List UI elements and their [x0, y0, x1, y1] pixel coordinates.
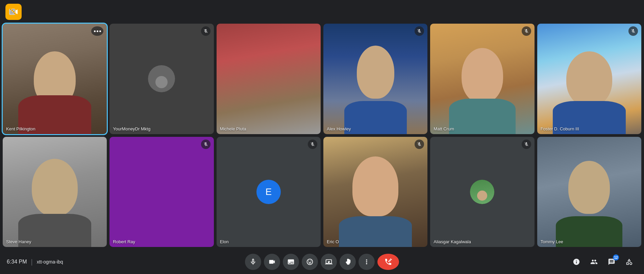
participant-name-kent: Kent Pilkington [6, 126, 35, 131]
bottom-bar: 6:34 PM | xtt-ogma-ibq [0, 250, 644, 274]
participant-tile-elon[interactable]: E Elon [217, 137, 321, 247]
participant-name-yourmoney: YourMoneyDr Mktg [113, 126, 150, 131]
right-controls: 12 [568, 254, 637, 270]
time-divider: | [31, 258, 33, 266]
end-call-button[interactable] [377, 254, 399, 270]
video-grid: Kent Pilkington YourMoneyDr Mktg Michele… [0, 24, 644, 250]
mute-icon-elon [308, 140, 317, 149]
more-options-button[interactable] [358, 254, 375, 270]
app-icon [5, 4, 22, 20]
camera-button[interactable] [264, 254, 280, 270]
participant-tile-kent[interactable]: Kent Pilkington [3, 24, 107, 134]
top-bar [0, 0, 644, 24]
mute-icon-matt [522, 26, 531, 36]
participant-tile-aliasgar[interactable]: Aliasgar Kagalwala [430, 137, 534, 247]
participant-tile-tommy[interactable]: Tommy Lee [537, 137, 641, 247]
people-button[interactable] [586, 254, 602, 270]
mute-icon-aliasgar [522, 140, 531, 149]
elon-avatar: E [256, 180, 281, 204]
participant-name-alex: Alex Howley [327, 126, 351, 131]
meeting-info: 6:34 PM | xtt-ogma-ibq [7, 258, 81, 266]
participant-tile-matt[interactable]: Matt Crum [430, 24, 534, 134]
participant-name-eric: Eric O [327, 239, 339, 244]
participant-tile-michele[interactable]: Michele Pluta [217, 24, 321, 134]
participant-tile-foster[interactable]: Foster D. Coburn III [537, 24, 641, 134]
participant-tile-eric[interactable]: Eric O [323, 137, 427, 247]
chat-badge: 12 [613, 254, 619, 260]
time-display: 6:34 PM [7, 259, 27, 265]
present-button[interactable] [321, 254, 337, 270]
activities-button[interactable] [621, 254, 637, 270]
participant-name-foster: Foster D. Coburn III [541, 126, 579, 131]
mute-icon-eric [415, 140, 424, 149]
participant-name-steve: Steve Haney [6, 239, 31, 244]
meeting-code: xtt-ogma-ibq [37, 259, 63, 265]
mute-icon-robert [201, 140, 210, 149]
participant-name-aliasgar: Aliasgar Kagalwala [434, 239, 471, 244]
captions-button[interactable] [283, 254, 299, 270]
participant-tile-steve[interactable]: Steve Haney [3, 137, 107, 247]
controls-bar [245, 254, 399, 270]
raise-hand-button[interactable] [340, 254, 356, 270]
participant-tile-yourmoney[interactable]: YourMoneyDr Mktg [109, 24, 214, 134]
emoji-button[interactable] [302, 254, 318, 270]
chat-button[interactable]: 12 [603, 254, 620, 270]
participant-name-robert: Robert Ray [113, 239, 135, 244]
participant-name-matt: Matt Crum [434, 126, 454, 131]
participant-tile-alex[interactable]: Alex Howley [323, 24, 427, 134]
participant-tile-robert[interactable]: Robert Ray [109, 137, 214, 247]
participant-name-tommy: Tommy Lee [541, 239, 563, 244]
mute-icon-foster [628, 26, 638, 36]
mute-icon-yourmoney [201, 26, 210, 36]
participant-name-michele: Michele Pluta [220, 126, 246, 131]
participant-name-elon: Elon [220, 239, 229, 244]
info-button[interactable] [568, 254, 585, 270]
mic-button[interactable] [245, 254, 261, 270]
